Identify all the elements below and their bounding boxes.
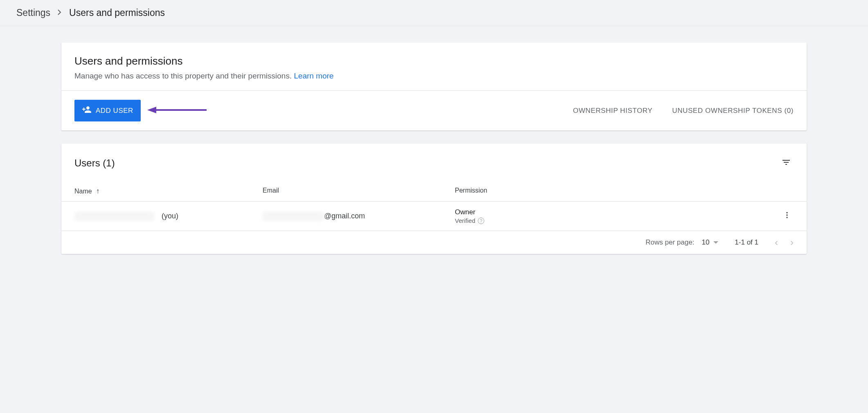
redacted-email: ████████ (263, 212, 324, 221)
row-more-menu-button[interactable] (780, 209, 794, 224)
chevron-right-icon (58, 9, 62, 17)
breadcrumb: Settings Users and permissions (0, 0, 868, 26)
column-header-name[interactable]: Name ↑ (74, 187, 263, 195)
svg-point-2 (786, 212, 787, 213)
add-user-button[interactable]: ADD USER (74, 100, 141, 121)
you-suffix: (you) (162, 212, 178, 220)
svg-marker-1 (147, 107, 156, 113)
permission-role: Owner (455, 208, 773, 216)
add-user-icon (82, 105, 92, 117)
email-suffix: @gmail.com (324, 212, 365, 220)
page-title: Users and permissions (74, 55, 794, 67)
dropdown-icon (713, 241, 718, 244)
users-card: Users (1) Name ↑ Email Permission (61, 144, 807, 254)
svg-point-3 (786, 214, 787, 215)
breadcrumb-settings-link[interactable]: Settings (16, 7, 50, 18)
user-name-cell: ████████ (you) (74, 212, 263, 221)
rows-per-page-select[interactable]: 10 (702, 238, 718, 247)
users-title: Users (1) (74, 157, 115, 169)
user-email-cell: ████████@gmail.com (263, 212, 455, 221)
redacted-name: ████████ (74, 212, 154, 221)
previous-page-button[interactable]: ‹ (775, 237, 778, 248)
header-card: Users and permissions Manage who has acc… (61, 43, 807, 130)
user-permission-cell: Owner Verified ? (455, 208, 773, 224)
help-icon[interactable]: ? (478, 218, 484, 224)
breadcrumb-current: Users and permissions (69, 7, 165, 18)
page-range: 1-1 of 1 (735, 238, 758, 247)
pagination: Rows per page: 10 1-1 of 1 ‹ › (61, 231, 807, 254)
permission-status: Verified (455, 217, 475, 224)
table-header-row: Name ↑ Email Permission (61, 181, 807, 202)
page-subtitle: Manage who has access to this property a… (74, 72, 794, 81)
ownership-history-link[interactable]: OWNERSHIP HISTORY (573, 107, 652, 115)
filter-button[interactable] (779, 155, 794, 171)
rows-per-page-label: Rows per page: (645, 238, 694, 247)
column-header-email[interactable]: Email (263, 187, 455, 195)
table-row: ████████ (you) ████████@gmail.com Owner … (61, 202, 807, 231)
sort-ascending-icon: ↑ (96, 187, 100, 195)
learn-more-link[interactable]: Learn more (294, 72, 334, 80)
svg-point-4 (786, 217, 787, 218)
next-page-button[interactable]: › (790, 237, 794, 248)
users-table: Name ↑ Email Permission ████████ (you) █… (61, 181, 807, 254)
unused-ownership-tokens-link[interactable]: UNUSED OWNERSHIP TOKENS (0) (672, 107, 794, 115)
column-header-permission[interactable]: Permission (455, 187, 773, 195)
add-user-label: ADD USER (96, 107, 133, 115)
arrow-annotation (147, 104, 209, 118)
